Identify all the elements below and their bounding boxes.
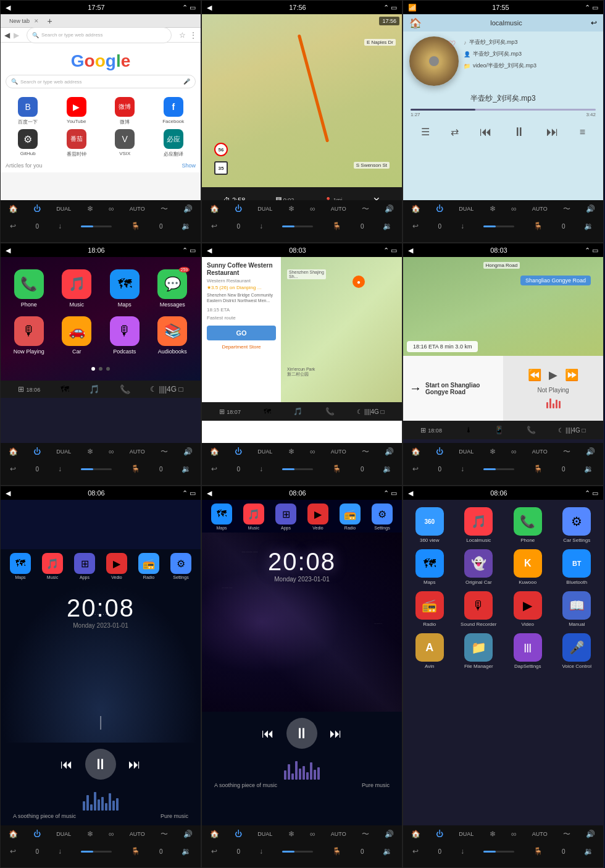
ns2-apps-app[interactable]: ⊞ Apps: [275, 504, 296, 530]
link-icon[interactable]: ∞: [109, 204, 114, 213]
ns2-back-icon[interactable]: ◀: [207, 489, 212, 497]
snowflake-icon[interactable]: ❄: [87, 204, 93, 213]
forward-button[interactable]: ▶: [14, 31, 19, 40]
music-wave-icon[interactable]: 〜: [563, 204, 570, 214]
split-speaker-icon[interactable]: 🔊: [586, 447, 595, 456]
ns2-settings-app[interactable]: ⚙ Settings: [372, 504, 393, 530]
app-manual[interactable]: 📖 Manual: [556, 591, 599, 627]
dock-maps-icon[interactable]: 🗺: [60, 384, 69, 394]
nav-speaker-icon[interactable]: 🔊: [385, 204, 394, 213]
carplay-maps-app[interactable]: 🗺 Maps: [105, 269, 144, 308]
cp-wave-icon[interactable]: 〜: [161, 447, 168, 457]
cp-volume-bar[interactable]: [81, 468, 112, 470]
app-video[interactable]: ▶ Video: [506, 591, 549, 627]
cp-link-icon[interactable]: ∞: [109, 447, 114, 456]
carplay-podcasts-app[interactable]: 🎙 Podcasts: [105, 316, 144, 355]
dock-phone-icon[interactable]: 📞: [120, 384, 130, 394]
app-dapsettings[interactable]: ||| DapSettings: [506, 633, 549, 669]
poi-wave-icon[interactable]: 〜: [362, 447, 369, 457]
new-tab-button[interactable]: +: [48, 16, 52, 26]
ns1-volume-bar[interactable]: [81, 851, 112, 853]
ns2-power-icon[interactable]: ⏻: [235, 830, 242, 838]
shortcut-github[interactable]: ⚙ GitHub: [6, 129, 51, 158]
ns1-back-tb-icon[interactable]: ↩: [10, 847, 16, 856]
split-volume-bar[interactable]: [483, 468, 514, 470]
carplay-nowplaying-app[interactable]: 🎙 Now Playing: [9, 316, 49, 355]
split-vol-down-icon[interactable]: 🔉: [584, 465, 593, 473]
shuffle-icon[interactable]: ⇄: [451, 126, 459, 138]
app-radio[interactable]: 📻 Radio: [408, 591, 451, 627]
wave-icon[interactable]: 〜: [161, 204, 168, 214]
bookmark-icon[interactable]: ☆: [179, 31, 186, 40]
menu-icon[interactable]: ⋮: [190, 31, 197, 40]
split-power-icon[interactable]: ⏻: [436, 447, 443, 456]
back-icon[interactable]: ↩: [10, 222, 16, 230]
poi-music-icon[interactable]: 🎵: [293, 407, 302, 416]
ns1-home-icon[interactable]: 🏠: [9, 830, 18, 838]
app-kuwooo[interactable]: K Kuwooo: [506, 549, 549, 585]
ns2-vedio-app[interactable]: ▶ Vedio: [307, 504, 328, 530]
ns1-vedio-app[interactable]: ▶ Vedio: [106, 553, 127, 579]
shortcut-weibo[interactable]: 微博 微博: [102, 97, 148, 125]
poi-phone-icon[interactable]: 📞: [325, 407, 335, 416]
ns2-vol-down-icon[interactable]: 🔉: [383, 847, 392, 856]
split-tiktok-icon[interactable]: 📱: [494, 426, 504, 434]
cp-power-icon[interactable]: ⏻: [33, 447, 41, 456]
cp-home-icon[interactable]: 🏠: [9, 447, 18, 456]
poi-vol-down-icon[interactable]: 🔉: [383, 465, 392, 473]
nav-link-icon[interactable]: ∞: [310, 204, 315, 213]
ns2-snowflake-icon[interactable]: ❄: [288, 830, 294, 838]
ns1-maps-app[interactable]: 🗺 Maps: [10, 553, 31, 579]
music-home-tb-icon[interactable]: 🏠: [411, 204, 420, 213]
app-localmusic[interactable]: 🎵 Localmusic: [457, 507, 501, 543]
music-power-icon[interactable]: ⏻: [436, 204, 443, 213]
split-rewind-icon[interactable]: ⏪: [528, 368, 541, 382]
music-progress-container[interactable]: 1:27 3:42: [411, 109, 596, 117]
split-phone-icon[interactable]: 📞: [527, 426, 536, 434]
shortcut-youtube[interactable]: ▶ YouTube: [54, 97, 99, 125]
shortcut-facebook[interactable]: f Facebook: [151, 97, 196, 125]
url-bar[interactable]: 🔍 Search or type web address: [27, 27, 172, 43]
nav-back-icon[interactable]: ◀: [207, 4, 212, 12]
app-voicecontrol[interactable]: 🎤 Voice Control: [556, 633, 599, 669]
apps-wave-icon[interactable]: 〜: [563, 829, 570, 840]
ns2-pause-btn[interactable]: ⏸: [286, 718, 317, 749]
music-volume-bar[interactable]: [483, 225, 514, 227]
heart-icon[interactable]: ♡: [448, 39, 456, 49]
ns2-next-btn[interactable]: ⏭: [330, 727, 342, 741]
ns1-prev-btn[interactable]: ⏮: [60, 757, 73, 772]
cp-back-tb-icon[interactable]: ↩: [10, 465, 16, 473]
carplay-back-icon[interactable]: ◀: [6, 246, 10, 255]
apps-speaker-icon[interactable]: 🔊: [586, 830, 595, 838]
shortcut-bing[interactable]: 必应 必应翻译: [151, 129, 196, 158]
apps-power-icon[interactable]: ⏻: [436, 830, 443, 838]
nav-home-icon[interactable]: 🏠: [210, 204, 219, 213]
prev-icon[interactable]: ⏮: [480, 125, 492, 139]
nav-power-icon[interactable]: ⏻: [235, 204, 242, 213]
ns1-pause-btn[interactable]: ⏸: [85, 749, 116, 780]
split-grid-icon[interactable]: ⊞ 18:08: [420, 426, 442, 434]
ns2-wave-icon[interactable]: 〜: [362, 829, 369, 840]
carplay-audiobooks-app[interactable]: 📚 Audiobooks: [153, 316, 193, 355]
nav-back-tb-icon[interactable]: ↩: [211, 222, 217, 230]
dock-music-icon[interactable]: 🎵: [89, 384, 99, 394]
apps-back-icon[interactable]: ◀: [408, 489, 413, 497]
ns1-radio-app[interactable]: 📻 Radio: [138, 553, 159, 579]
ns1-speaker-icon[interactable]: 🔊: [183, 830, 193, 838]
ns2-prev-btn[interactable]: ⏮: [262, 727, 274, 741]
apps-home-icon[interactable]: 🏠: [411, 830, 420, 838]
poi-snowflake-icon[interactable]: ❄: [288, 447, 294, 456]
shortcut-baidu[interactable]: B 百度一下: [6, 97, 51, 125]
apps-back-tb-icon[interactable]: ↩: [412, 847, 419, 856]
ns1-vol-down-icon[interactable]: 🔉: [182, 847, 191, 856]
ns2-volume-bar[interactable]: [282, 851, 313, 853]
carplay-messages-app[interactable]: 💬 259 Messages: [153, 269, 193, 308]
app-bluetooth[interactable]: BT Bluetooth: [556, 549, 599, 585]
volume-bar[interactable]: [81, 225, 112, 227]
cp-vol-down-icon[interactable]: 🔉: [182, 465, 191, 473]
nav-wave-icon[interactable]: 〜: [362, 204, 369, 214]
apps-link-icon[interactable]: ∞: [511, 830, 517, 838]
app-phone[interactable]: 📞 Phone: [506, 507, 549, 543]
cp-snowflake-icon[interactable]: ❄: [87, 447, 93, 456]
equalizer-icon[interactable]: ≡: [580, 127, 585, 138]
